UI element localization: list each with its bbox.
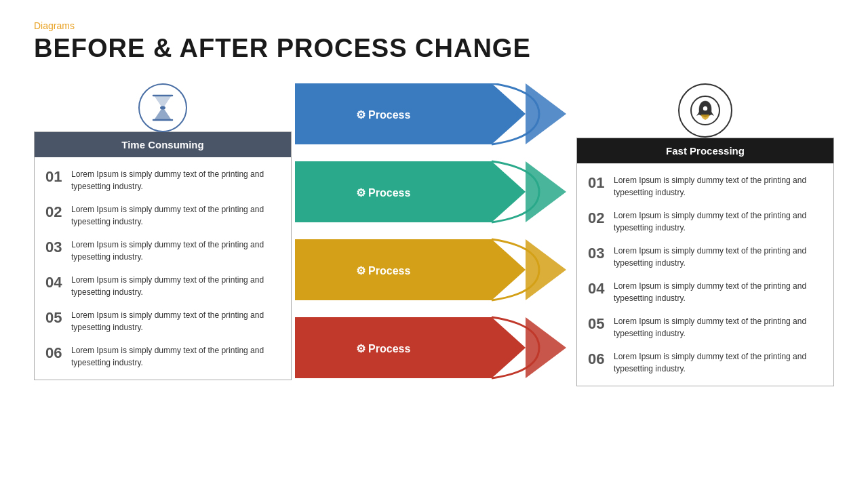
item-text: Lorem Ipsum is simply dummy text of the … bbox=[71, 274, 280, 298]
svg-marker-8 bbox=[492, 239, 526, 300]
hourglass-icon bbox=[138, 83, 187, 132]
item-number: 02 bbox=[588, 209, 614, 227]
item-text: Lorem Ipsum is simply dummy text of the … bbox=[614, 245, 823, 269]
svg-rect-3 bbox=[295, 144, 492, 161]
svg-point-21 bbox=[703, 106, 708, 111]
svg-marker-15 bbox=[526, 317, 566, 378]
svg-text:⚙ Process: ⚙ Process bbox=[356, 187, 411, 199]
item-text: Lorem Ipsum is simply dummy text of the … bbox=[71, 239, 280, 263]
svg-text:⚙ Process: ⚙ Process bbox=[356, 109, 411, 121]
left-box-header: Time Consuming bbox=[35, 132, 291, 157]
left-list-item: 01 Lorem Ipsum is simply dummy text of t… bbox=[43, 163, 283, 198]
rocket-icon bbox=[678, 83, 732, 138]
right-list-item: 05 Lorem Ipsum is simply dummy text of t… bbox=[585, 310, 825, 345]
left-list-item: 02 Lorem Ipsum is simply dummy text of t… bbox=[43, 198, 283, 233]
item-number: 04 bbox=[45, 274, 71, 291]
svg-point-0 bbox=[160, 106, 165, 110]
right-list-item: 06 Lorem Ipsum is simply dummy text of t… bbox=[585, 345, 825, 380]
left-panel: Time Consuming 01 Lorem Ipsum is simply … bbox=[34, 83, 292, 380]
item-number: 03 bbox=[588, 245, 614, 262]
item-text: Lorem Ipsum is simply dummy text of the … bbox=[71, 309, 280, 333]
item-number: 05 bbox=[588, 315, 614, 333]
item-number: 02 bbox=[45, 203, 71, 221]
process-arrows-svg: ⚙ Process ⚙ Process ⚙ Process ⚙ Process bbox=[292, 83, 570, 415]
left-list-item: 05 Lorem Ipsum is simply dummy text of t… bbox=[43, 304, 283, 339]
left-box-body: 01 Lorem Ipsum is simply dummy text of t… bbox=[35, 157, 291, 380]
right-list-item: 02 Lorem Ipsum is simply dummy text of t… bbox=[585, 204, 825, 239]
svg-marker-5 bbox=[492, 161, 526, 222]
item-text: Lorem Ipsum is simply dummy text of the … bbox=[614, 315, 823, 340]
left-list-item: 06 Lorem Ipsum is simply dummy text of t… bbox=[43, 339, 283, 374]
svg-marker-11 bbox=[492, 317, 526, 378]
item-text: Lorem Ipsum is simply dummy text of the … bbox=[71, 203, 280, 228]
svg-marker-2 bbox=[492, 83, 526, 144]
item-text: Lorem Ipsum is simply dummy text of the … bbox=[71, 168, 280, 192]
item-text: Lorem Ipsum is simply dummy text of the … bbox=[614, 209, 823, 234]
content-area: Time Consuming 01 Lorem Ipsum is simply … bbox=[34, 83, 834, 415]
right-list-item: 03 Lorem Ipsum is simply dummy text of t… bbox=[585, 239, 825, 274]
item-text: Lorem Ipsum is simply dummy text of the … bbox=[614, 350, 823, 375]
item-number: 03 bbox=[45, 239, 71, 256]
category-label: Diagrams bbox=[34, 20, 834, 31]
right-box-body: 01 Lorem Ipsum is simply dummy text of t… bbox=[577, 163, 833, 386]
right-list-item: 04 Lorem Ipsum is simply dummy text of t… bbox=[585, 274, 825, 310]
item-number: 04 bbox=[588, 280, 614, 298]
svg-text:⚙ Process: ⚙ Process bbox=[356, 265, 411, 277]
left-list-item: 04 Lorem Ipsum is simply dummy text of t… bbox=[43, 268, 283, 304]
svg-marker-13 bbox=[526, 161, 566, 222]
item-number: 06 bbox=[588, 350, 614, 368]
rocket-icon-wrap bbox=[576, 83, 834, 138]
right-panel: Fast Processing 01 Lorem Ipsum is simply… bbox=[576, 83, 834, 386]
right-list-item: 01 Lorem Ipsum is simply dummy text of t… bbox=[585, 169, 825, 204]
svg-marker-12 bbox=[526, 83, 566, 144]
item-number: 01 bbox=[45, 168, 71, 186]
svg-rect-9 bbox=[295, 300, 492, 317]
main-title: BEFORE & AFTER PROCESS CHANGE bbox=[34, 34, 834, 63]
hourglass-icon-wrap bbox=[34, 83, 292, 131]
item-number: 05 bbox=[45, 309, 71, 327]
page-wrapper: Diagrams BEFORE & AFTER PROCESS CHANGE T… bbox=[0, 0, 868, 488]
item-text: Lorem Ipsum is simply dummy text of the … bbox=[71, 344, 280, 369]
left-list-item: 03 Lorem Ipsum is simply dummy text of t… bbox=[43, 233, 283, 268]
svg-rect-6 bbox=[295, 222, 492, 239]
svg-marker-14 bbox=[526, 239, 566, 300]
svg-text:⚙ Process: ⚙ Process bbox=[356, 343, 411, 354]
item-text: Lorem Ipsum is simply dummy text of the … bbox=[614, 280, 823, 304]
item-number: 06 bbox=[45, 344, 71, 362]
left-box: Time Consuming 01 Lorem Ipsum is simply … bbox=[34, 131, 292, 380]
middle-section: ⚙ Process ⚙ Process ⚙ Process ⚙ Process bbox=[292, 83, 570, 415]
right-box: Fast Processing 01 Lorem Ipsum is simply… bbox=[576, 138, 834, 386]
right-box-header: Fast Processing bbox=[577, 138, 833, 163]
item-number: 01 bbox=[588, 174, 614, 192]
item-text: Lorem Ipsum is simply dummy text of the … bbox=[614, 174, 823, 199]
